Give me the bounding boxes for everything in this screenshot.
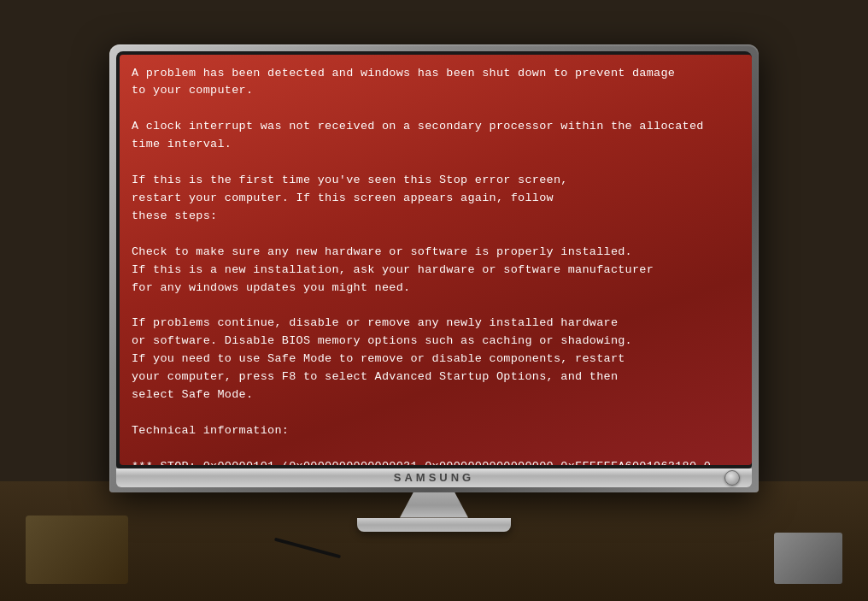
bsod-line-18: your computer, press F8 to select Advanc… [132, 368, 740, 386]
bsod-stop-code-1: *** STOP: 0x00000101 (0x0000000000000031… [132, 458, 740, 465]
bsod-line-12: If this is a new installation, ask your … [132, 262, 740, 280]
bsod-gap-2 [132, 154, 740, 172]
monitor-outer-frame: A problem has been detected and windows … [109, 44, 759, 492]
bsod-line-19: select Safe Mode. [132, 386, 740, 404]
bsod-technical-label: Technical information: [132, 422, 740, 440]
floor-item-left [26, 516, 128, 584]
monitor-bezel: A problem has been detected and windows … [116, 51, 752, 468]
bsod-gap-6 [132, 440, 740, 458]
floor-item-right [774, 533, 842, 584]
bsod-line-17: If you need to use Safe Mode to remove o… [132, 351, 740, 368]
bsod-line-9: these steps: [132, 208, 740, 226]
bsod-line-7: If this is the first time you've seen th… [132, 172, 740, 190]
bsod-gap-5 [132, 404, 740, 422]
bsod-line-13: for any windows updates you might need. [132, 280, 740, 298]
bsod-line-4: A clock interrupt was not received on a … [132, 118, 740, 136]
monitor-stand-neck [400, 492, 468, 518]
bsod-line-16: or software. Disable BIOS memory options… [132, 333, 740, 351]
bsod-line-8: restart your computer. If this screen ap… [132, 190, 740, 208]
bsod-line-11: Check to make sure any new hardware or s… [132, 244, 740, 262]
bsod-gap-4 [132, 297, 740, 315]
monitor-stand-base [357, 518, 511, 532]
power-button[interactable] [724, 470, 740, 486]
monitor-wrapper: A problem has been detected and windows … [109, 44, 759, 532]
bsod-line-5: time interval. [132, 136, 740, 154]
screen-content: A problem has been detected and windows … [132, 65, 740, 465]
bsod-line-15: If problems continue, disable or remove … [132, 315, 740, 333]
bsod-line-1: A problem has been detected and windows … [132, 65, 740, 83]
monitor-brand-label: SAMSUNG [394, 471, 474, 484]
screen: A problem has been detected and windows … [120, 55, 752, 465]
monitor-bottom-bezel: SAMSUNG [116, 468, 752, 487]
bsod-line-2: to your computer. [132, 82, 740, 100]
bsod-gap-3 [132, 226, 740, 244]
bsod-gap-1 [132, 100, 740, 118]
